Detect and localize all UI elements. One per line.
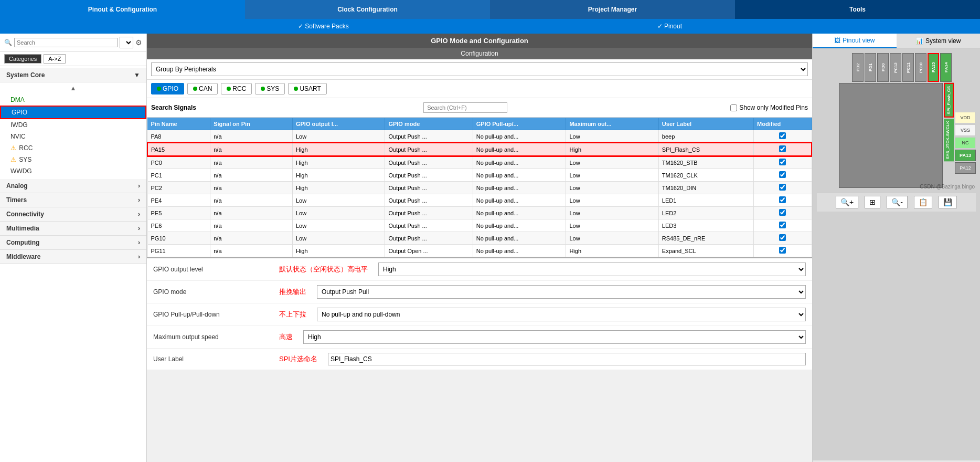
tab-sys[interactable]: SYS <box>255 83 285 94</box>
tab-dot-can <box>193 87 197 91</box>
mode-select[interactable]: Output Push PullOutput Open Drain <box>317 285 806 299</box>
up-arrow[interactable]: ▲ <box>0 82 146 94</box>
cell-modified <box>754 143 812 156</box>
tab-can[interactable]: CAN <box>187 83 218 94</box>
nav-tab-tools[interactable]: Tools <box>735 0 980 19</box>
sidebar-item-rcc[interactable]: ⚠ RCC <box>0 142 146 154</box>
cell-pull: No pull-up and... <box>473 232 566 245</box>
speed-select[interactable]: LowMediumHighVery High <box>303 330 806 344</box>
sidebar-item-dma[interactable]: DMA <box>0 94 146 106</box>
table-row[interactable]: PG10 n/a Low Output Push ... No pull-up … <box>147 232 812 245</box>
modified-checkbox-1[interactable] <box>779 145 786 152</box>
gear-icon[interactable]: ⚙ <box>135 38 142 47</box>
nav-tab-clock[interactable]: Clock Configuration <box>245 0 490 19</box>
cell-speed: Low <box>566 219 658 232</box>
sidebar-item-iwdg[interactable]: IWDG <box>0 119 146 131</box>
cell-pull: No pull-up and... <box>473 169 566 182</box>
col-pull[interactable]: GPIO Pull-up/... <box>473 118 566 130</box>
table-row[interactable]: PE6 n/a Low Output Push ... No pull-up a… <box>147 219 812 232</box>
table-row[interactable]: PC1 n/a High Output Push ... No pull-up … <box>147 169 812 182</box>
connectivity-header[interactable]: Connectivity › <box>0 207 146 222</box>
sub-nav-software-packs[interactable]: ✓ Software Packs <box>287 23 359 30</box>
table-row[interactable]: PA8 n/a Low Output Push ... No pull-up a… <box>147 130 812 143</box>
col-gpio-mode[interactable]: GPIO mode <box>385 118 473 130</box>
cell-label: LED3 <box>658 219 753 232</box>
sub-nav-pinout[interactable]: ✓ Pinout <box>647 23 693 30</box>
multimedia-header[interactable]: Multimedia › <box>0 222 146 236</box>
zoom-out-button[interactable]: 🔍- <box>887 196 908 208</box>
cell-label: TM1620_STB <box>658 156 753 169</box>
modified-checkbox-4[interactable] <box>779 184 786 191</box>
system-core-header[interactable]: System Core ▼ <box>0 68 146 82</box>
modified-checkbox-5[interactable] <box>779 196 786 203</box>
save-button[interactable]: 💾 <box>939 196 957 208</box>
computing-header[interactable]: Computing › <box>0 236 146 250</box>
cell-pin: PG10 <box>147 232 210 245</box>
pin-pa15-top: PA15 <box>928 53 939 82</box>
cell-pin: PA8 <box>147 130 210 143</box>
system-view-icon: 📊 <box>915 37 923 45</box>
sub-navigation: ✓ Software Packs ✓ Pinout <box>0 19 980 34</box>
modified-checkbox-8[interactable] <box>779 234 786 241</box>
copy-button[interactable]: 📋 <box>914 196 932 208</box>
cell-mode: Output Push ... <box>385 130 473 143</box>
pin-pa14-top: PA14 <box>940 53 952 82</box>
col-speed[interactable]: Maximum out... <box>566 118 658 130</box>
analog-header[interactable]: Analog › <box>0 179 146 193</box>
col-pin-name[interactable]: Pin Name <box>147 118 210 130</box>
cell-signal: n/a <box>210 182 293 194</box>
filter-tab-categories[interactable]: Categories <box>4 54 41 64</box>
tab-dot-sys <box>261 87 265 91</box>
output-level-select[interactable]: LowHigh <box>378 262 806 276</box>
cell-speed: Low <box>566 207 658 219</box>
user-label-label: User Label <box>153 355 269 363</box>
tab-usart[interactable]: USART <box>288 83 326 94</box>
gpio-area: Configuration Group By Peripherals GPIO … <box>147 48 812 257</box>
tab-system-view[interactable]: 📊 System view <box>897 34 981 48</box>
group-by-select[interactable]: Group By Peripherals <box>151 62 808 76</box>
user-label-input[interactable] <box>328 353 806 365</box>
pull-select[interactable]: No pull-up and no pull-downPull-upPull-d… <box>317 308 806 321</box>
sidebar-item-gpio[interactable]: GPIO <box>0 106 146 119</box>
modified-checkbox-2[interactable] <box>779 159 786 165</box>
table-row[interactable]: PE4 n/a Low Output Push ... No pull-up a… <box>147 194 812 207</box>
col-signal[interactable]: Signal on Pin <box>210 118 293 130</box>
table-row[interactable]: PC0 n/a High Output Push ... No pull-up … <box>147 156 812 169</box>
sidebar-item-nvic[interactable]: NVIC <box>0 131 146 142</box>
cell-output: High <box>292 245 385 257</box>
cell-output: High <box>292 156 385 169</box>
nav-tab-project[interactable]: Project Manager <box>490 0 735 19</box>
zoom-in-button[interactable]: 🔍+ <box>836 196 858 208</box>
search-input[interactable] <box>14 38 118 47</box>
fit-button[interactable]: ⊞ <box>865 196 880 208</box>
table-row[interactable]: PA15 n/a High Output Push ... No pull-up… <box>147 143 812 156</box>
middleware-header[interactable]: Middleware › <box>0 250 146 264</box>
col-gpio-output[interactable]: GPIO output l... <box>292 118 385 130</box>
cell-output: Low <box>292 194 385 207</box>
top-navigation: Pinout & Configuration Clock Configurati… <box>0 0 980 19</box>
search-dropdown[interactable] <box>120 37 133 48</box>
table-row[interactable]: PC2 n/a High Output Push ... No pull-up … <box>147 182 812 194</box>
search-signals-area: Search Signals Show only Modified Pins <box>147 98 812 118</box>
col-label[interactable]: User Label <box>658 118 753 130</box>
tab-pinout-view[interactable]: 🖼 Pinout view <box>813 34 897 48</box>
modified-checkbox-7[interactable] <box>779 222 786 228</box>
modified-checkbox-3[interactable] <box>779 171 786 178</box>
tab-rcc[interactable]: RCC <box>221 83 252 94</box>
nav-tab-pinout[interactable]: Pinout & Configuration <box>0 0 245 19</box>
cell-pin: PC1 <box>147 169 210 182</box>
sidebar-item-wwdg[interactable]: WWDG <box>0 165 146 177</box>
show-modified-checkbox[interactable] <box>730 104 737 111</box>
col-modified[interactable]: Modified <box>754 118 812 130</box>
modified-checkbox-6[interactable] <box>779 209 786 216</box>
cell-label: TM1620_CLK <box>658 169 753 182</box>
table-row[interactable]: PE5 n/a Low Output Push ... No pull-up a… <box>147 207 812 219</box>
timers-header[interactable]: Timers › <box>0 193 146 207</box>
table-row[interactable]: PG11 n/a High Output Open ... No pull-up… <box>147 245 812 257</box>
signal-search-input[interactable] <box>423 102 507 113</box>
filter-tab-az[interactable]: A->Z <box>44 54 66 64</box>
modified-checkbox-0[interactable] <box>779 132 786 139</box>
tab-gpio[interactable]: GPIO <box>151 83 184 94</box>
modified-checkbox-9[interactable] <box>779 247 786 254</box>
sidebar-item-sys[interactable]: ⚠ SYS <box>0 154 146 165</box>
